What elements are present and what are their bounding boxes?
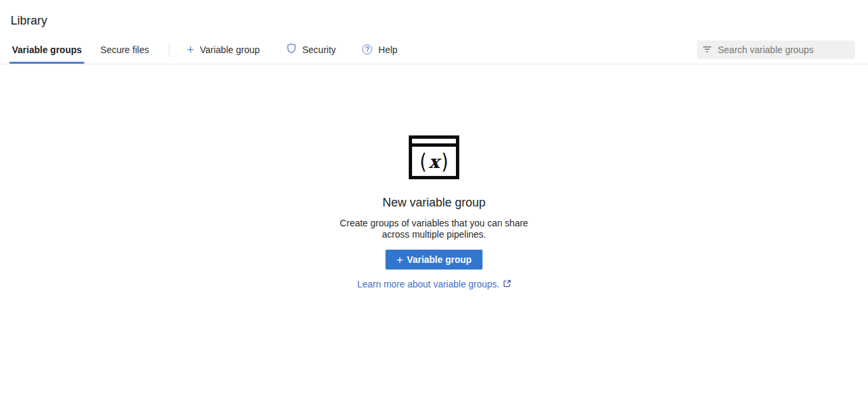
create-variable-group-button[interactable]: + Variable group bbox=[385, 250, 482, 270]
empty-state-description: Create groups of variables that you can … bbox=[340, 218, 528, 240]
external-link-icon bbox=[503, 279, 511, 289]
new-variable-group-command[interactable]: + Variable group bbox=[179, 40, 268, 59]
filter-icon bbox=[703, 44, 718, 56]
variable-x-glyph: x bbox=[429, 153, 439, 171]
window-titlebar-slot bbox=[412, 139, 456, 143]
tab-secure-files-label: Secure files bbox=[100, 44, 149, 55]
help-command[interactable]: ? Help bbox=[354, 40, 405, 59]
tab-list: Variable groups Secure files bbox=[11, 35, 166, 64]
security-command[interactable]: Security bbox=[278, 39, 344, 60]
toolbar-divider bbox=[169, 42, 169, 57]
description-line-2: across multiple pipelines. bbox=[340, 229, 528, 240]
learn-more-link[interactable]: Learn more about variable groups. bbox=[357, 279, 510, 289]
tab-and-command-bar: Variable groups Secure files + Variable … bbox=[0, 35, 868, 64]
library-page: Library Variable groups Secure files + V… bbox=[0, 13, 868, 289]
active-tab-indicator bbox=[9, 62, 84, 64]
variable-group-window-icon: ( x ) bbox=[409, 135, 459, 179]
security-command-label: Security bbox=[302, 44, 336, 55]
window-body: ( x ) bbox=[412, 147, 456, 176]
search-variable-groups-box[interactable] bbox=[697, 40, 855, 59]
command-bar: + Variable group Security ? Help bbox=[179, 39, 416, 60]
page-title: Library bbox=[11, 13, 868, 28]
question-circle-icon: ? bbox=[362, 44, 372, 54]
empty-state-heading: New variable group bbox=[382, 196, 485, 210]
search-input[interactable] bbox=[718, 44, 849, 55]
content-area: ( x ) New variable group Create groups o… bbox=[0, 64, 868, 289]
close-paren-glyph: ) bbox=[441, 151, 449, 171]
learn-more-link-label: Learn more about variable groups. bbox=[357, 279, 499, 289]
tab-variable-groups[interactable]: Variable groups bbox=[11, 35, 83, 64]
tab-secure-files[interactable]: Secure files bbox=[99, 35, 150, 64]
tab-variable-groups-label: Variable groups bbox=[12, 44, 82, 55]
description-line-1: Create groups of variables that you can … bbox=[340, 218, 528, 229]
create-variable-group-button-label: Variable group bbox=[407, 254, 471, 265]
help-command-label: Help bbox=[378, 44, 397, 55]
shield-icon bbox=[286, 43, 296, 56]
plus-icon: + bbox=[396, 254, 403, 266]
variable-groups-empty-state: ( x ) New variable group Create groups o… bbox=[340, 135, 528, 289]
plus-icon: + bbox=[187, 45, 194, 54]
new-variable-group-command-label: Variable group bbox=[200, 44, 260, 55]
open-paren-glyph: ( bbox=[419, 151, 427, 171]
